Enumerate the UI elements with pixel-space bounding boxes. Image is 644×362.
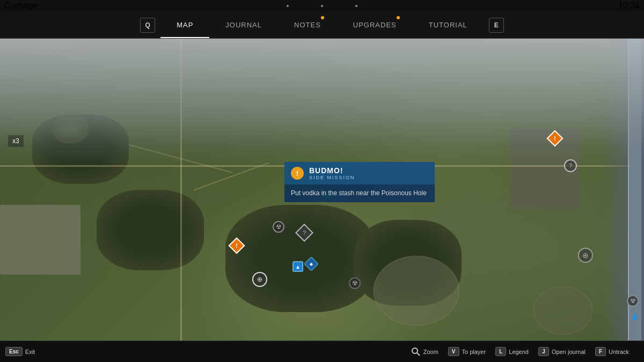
key-v: V [448, 347, 459, 356]
terrain-buildings-left [0, 205, 80, 275]
popup-title-group: BUDMO! SIDE MISSION [309, 166, 355, 180]
popup-header: ! BUDMO! SIDE MISSION [284, 162, 435, 184]
system-app-title: Garbage [4, 1, 38, 11]
popup-subtitle: SIDE MISSION [309, 175, 355, 180]
mission-popup[interactable]: ! BUDMO! SIDE MISSION Put vodka in the s… [284, 162, 435, 202]
marker-target: ⊕ [252, 272, 267, 287]
terrain-circle-right [533, 286, 592, 335]
action-untrack[interactable]: F Untrack [595, 347, 629, 356]
marker-orange-1: ! [549, 132, 561, 144]
action-open-journal[interactable]: J Open journal [538, 347, 586, 356]
map-container[interactable]: x3 ! BUDMO! SIDE MISSION Put vodka in th… [0, 39, 644, 341]
tab-tutorial[interactable]: Tutorial [413, 12, 484, 38]
marker-question-center: ? [298, 226, 311, 239]
nav-key-q[interactable]: Q [140, 18, 155, 33]
action-legend[interactable]: L Legend [495, 347, 529, 356]
tab-journal[interactable]: Journal [209, 12, 278, 38]
marker-orange-2: ! [231, 240, 243, 252]
bottom-bar: Esc Exit Zoom V To player L Legend J Ope… [0, 341, 644, 362]
popup-description: Put vodka in the stash near the Poisonou… [291, 189, 427, 197]
counter-value: x3 [12, 137, 19, 145]
system-bar: Garbage 10:34 [0, 0, 644, 12]
key-esc: Esc [5, 347, 23, 356]
marker-blue-arrow [632, 312, 638, 320]
system-dots [287, 5, 357, 7]
label-open-journal: Open journal [552, 349, 586, 355]
system-time: 10:34 [618, 1, 640, 11]
popup-title: BUDMO! [309, 166, 355, 175]
marker-circle-bottom-right: ⊕ [578, 248, 593, 263]
key-f: F [595, 347, 606, 356]
notes-dot [321, 16, 324, 19]
marker-nuclear: ☢ [273, 221, 284, 233]
nav-bar: Q Map Journal Notes Upgrades Tutorial E [0, 12, 644, 39]
terrain-circle [374, 256, 459, 326]
upgrades-dot [397, 16, 400, 19]
marker-blue-1: ▲ [292, 261, 303, 272]
label-exit: Exit [25, 349, 35, 355]
marker-blue-2: ◆ [306, 258, 317, 269]
action-zoom[interactable]: Zoom [411, 347, 438, 357]
terrain-forest-3 [225, 205, 376, 312]
zoom-icon [411, 347, 421, 357]
popup-body: Put vodka in the stash near the Poisonou… [284, 184, 435, 202]
key-l: L [495, 347, 506, 356]
label-zoom: Zoom [423, 349, 438, 355]
tab-notes[interactable]: Notes [278, 12, 337, 38]
label-legend: Legend [509, 349, 529, 355]
marker-question-right: ? [564, 159, 577, 172]
terrain-forest-2 [97, 190, 204, 270]
road-v1 [180, 39, 182, 341]
label-to-player: To player [462, 349, 486, 355]
marker-right-edge: ☢ [627, 295, 639, 307]
terrain-pond [52, 114, 89, 144]
action-to-player[interactable]: V To player [448, 347, 486, 356]
label-untrack: Untrack [609, 349, 629, 355]
tab-upgrades[interactable]: Upgrades [337, 12, 413, 38]
popup-warning-icon: ! [291, 167, 304, 180]
key-j: J [538, 347, 549, 356]
action-exit[interactable]: Esc Exit [5, 347, 35, 356]
svg-line-1 [417, 353, 420, 356]
marker-nuclear-2: ☢ [349, 277, 361, 289]
svg-point-0 [412, 348, 418, 353]
counter-display: x3 [8, 135, 24, 147]
tab-map[interactable]: Map [160, 12, 209, 38]
nav-key-e[interactable]: E [489, 18, 504, 33]
